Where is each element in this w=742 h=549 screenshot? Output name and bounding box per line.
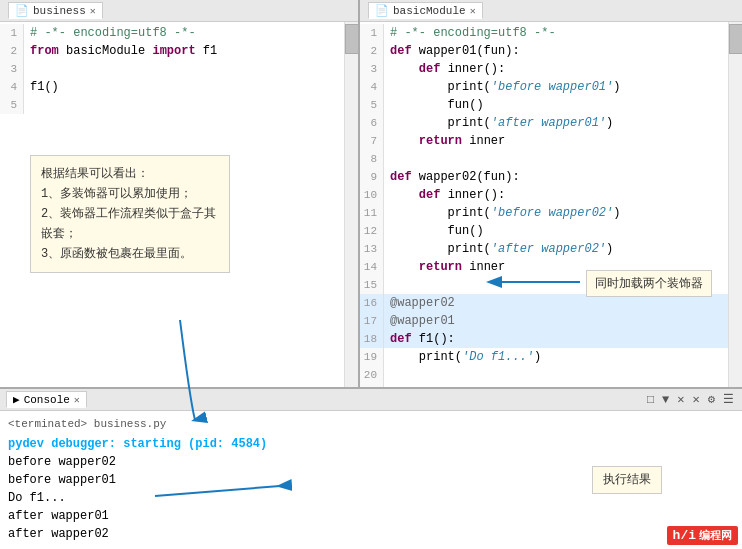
code-line: 10 def inner(): — [360, 186, 728, 204]
tab-close-icon[interactable]: ✕ — [90, 5, 96, 17]
console-icon: ▶ — [13, 393, 20, 406]
right-tab-bar: 📄 basicModule ✕ — [360, 0, 742, 22]
main-container: 📄 business ✕ 1 # -*- encoding=utf8 -*- 2… — [0, 0, 742, 549]
code-line: 2 def wapper01(fun): — [360, 42, 728, 60]
code-line: 3 def inner(): — [360, 60, 728, 78]
code-line: 8 — [360, 150, 728, 168]
output-line-4: after wapper01 — [8, 507, 734, 525]
file-icon: 📄 — [15, 4, 29, 17]
code-line: 20 — [360, 366, 728, 384]
code-line: 5 — [0, 96, 358, 114]
annotation-right: 同时加载两个装饰器 — [586, 270, 712, 297]
console-output: <terminated> business.py pydev debugger:… — [0, 411, 742, 549]
business-tab[interactable]: 📄 business ✕ — [8, 2, 103, 19]
toolbar-icon-3[interactable]: ✕ — [675, 392, 686, 407]
console-tab-label: Console — [24, 394, 70, 406]
code-line: 9 def wapper02(fun): — [360, 168, 728, 186]
console-toolbar: □ ▼ ✕ ✕ ⚙ ☰ — [645, 392, 736, 407]
tab-close-right-icon[interactable]: ✕ — [470, 5, 476, 17]
left-scrollbar[interactable] — [344, 22, 358, 387]
scrollbar-thumb-right[interactable] — [729, 24, 742, 54]
toolbar-icon-4[interactable]: ✕ — [691, 392, 702, 407]
console-tab[interactable]: ▶ Console ✕ — [6, 391, 87, 408]
code-line: 19 print('Do f1...') — [360, 348, 728, 366]
toolbar-icon-2[interactable]: ▼ — [660, 393, 671, 407]
watermark: h/i 编程网 — [667, 526, 738, 545]
console-annotation: 执行结果 — [592, 466, 662, 494]
right-code-area[interactable]: 1 # -*- encoding=utf8 -*- 2 def wapper01… — [360, 22, 742, 387]
code-line: 4 f1() — [0, 78, 358, 96]
right-scrollbar[interactable] — [728, 22, 742, 387]
debug-line: pydev debugger: starting (pid: 4584) — [8, 435, 734, 453]
watermark-text: 编程网 — [699, 528, 732, 543]
editor-left: 📄 business ✕ 1 # -*- encoding=utf8 -*- 2… — [0, 0, 360, 387]
console-tab-bar: ▶ Console ✕ □ ▼ ✕ ✕ ⚙ ☰ — [0, 389, 742, 411]
code-line: 3 — [0, 60, 358, 78]
console-tab-left: ▶ Console ✕ — [6, 391, 87, 408]
toolbar-icon-5[interactable]: ⚙ — [706, 392, 717, 407]
code-line: 12 fun() — [360, 222, 728, 240]
tab-label: business — [33, 5, 86, 17]
left-tab-bar: 📄 business ✕ — [0, 0, 358, 22]
console-area: ▶ Console ✕ □ ▼ ✕ ✕ ⚙ ☰ <terminated> bus… — [0, 389, 742, 549]
output-line-5: after wapper02 — [8, 525, 734, 543]
code-line: 13 print('after wapper02') — [360, 240, 728, 258]
toolbar-icon-6[interactable]: ☰ — [721, 392, 736, 407]
code-line: 1 # -*- encoding=utf8 -*- — [0, 24, 358, 42]
annotation-left: 根据结果可以看出：1、多装饰器可以累加使用；2、装饰器工作流程类似于盒子其嵌套；… — [30, 155, 230, 273]
code-line: 21 — [360, 384, 728, 387]
console-body: <terminated> business.py pydev debugger:… — [0, 411, 742, 549]
code-line-highlighted: 17 @wapper01 — [360, 312, 728, 330]
code-line: 11 print('before wapper02') — [360, 204, 728, 222]
file-icon-right: 📄 — [375, 4, 389, 17]
code-line: 1 # -*- encoding=utf8 -*- — [360, 24, 728, 42]
terminated-label: <terminated> business.py — [8, 415, 734, 433]
code-line-highlighted: 18 def f1(): — [360, 330, 728, 348]
toolbar-icon-1[interactable]: □ — [645, 393, 656, 407]
code-line: 6 print('after wapper01') — [360, 114, 728, 132]
editor-right: 📄 basicModule ✕ 1 # -*- encoding=utf8 -*… — [360, 0, 742, 387]
tab-label-right: basicModule — [393, 5, 466, 17]
console-tab-close-icon[interactable]: ✕ — [74, 394, 80, 406]
code-line: 5 fun() — [360, 96, 728, 114]
basicmodule-tab[interactable]: 📄 basicModule ✕ — [368, 2, 483, 19]
watermark-icon: h/i — [673, 528, 696, 543]
scrollbar-thumb[interactable] — [345, 24, 359, 54]
code-line: 7 return inner — [360, 132, 728, 150]
editors-row: 📄 business ✕ 1 # -*- encoding=utf8 -*- 2… — [0, 0, 742, 389]
code-line: 4 print('before wapper01') — [360, 78, 728, 96]
code-line: 2 from basicModule import f1 — [0, 42, 358, 60]
